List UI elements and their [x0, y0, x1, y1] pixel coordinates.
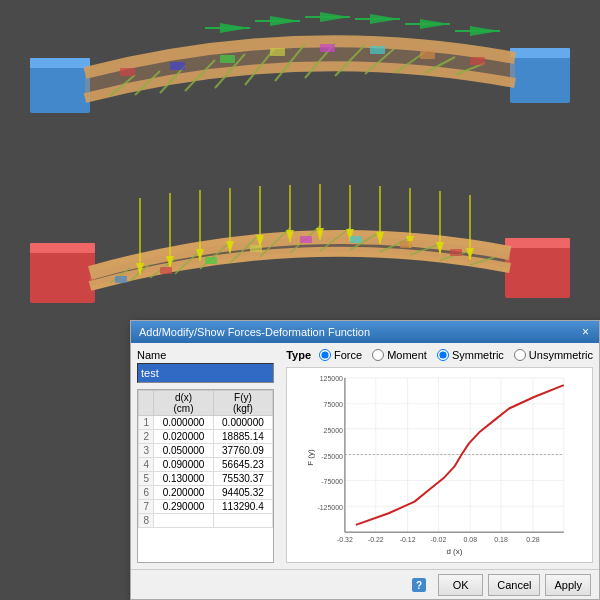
ok-button[interactable]: OK — [438, 574, 483, 596]
cancel-button[interactable]: Cancel — [488, 574, 540, 596]
svg-text:125000: 125000 — [320, 375, 343, 382]
svg-text:25000: 25000 — [324, 427, 343, 434]
row-num: 8 — [139, 514, 154, 528]
radio-moment-label: Moment — [387, 349, 427, 361]
row-num: 6 — [139, 486, 154, 500]
row-num: 3 — [139, 444, 154, 458]
bridge-top-view — [20, 8, 580, 158]
cell-fy[interactable]: 113290.4 — [213, 500, 272, 514]
table-body: 10.0000000.00000020.02000018885.1430.050… — [139, 416, 273, 528]
dialog-body: Name d(x)(cm) F(y)(kgf) 10.0000000.0 — [131, 343, 599, 569]
cell-dx[interactable]: 0.000000 — [154, 416, 213, 430]
table-row: 10.0000000.000000 — [139, 416, 273, 430]
row-num: 1 — [139, 416, 154, 430]
cell-dx[interactable]: 0.020000 — [154, 430, 213, 444]
chart-svg: 125000 75000 25000 -25000 -75000 -125000… — [287, 368, 592, 562]
svg-text:F (y): F (y) — [306, 449, 315, 466]
cell-dx[interactable]: 0.050000 — [154, 444, 213, 458]
svg-rect-1 — [30, 63, 90, 113]
svg-text:d (x): d (x) — [447, 547, 463, 556]
structure-area — [0, 0, 600, 340]
row-num: 4 — [139, 458, 154, 472]
cell-dx[interactable]: 0.290000 — [154, 500, 213, 514]
footer-icon: ? — [409, 575, 429, 595]
cell-fy[interactable]: 75530.37 — [213, 472, 272, 486]
svg-rect-31 — [170, 62, 185, 70]
radio-moment[interactable]: Moment — [372, 349, 427, 361]
radio-group: Force Moment Symmetric Unsymmetric — [319, 349, 593, 361]
radio-symmetric-label: Symmetric — [452, 349, 504, 361]
bridge-bottom-view — [20, 168, 580, 333]
svg-text:-0.12: -0.12 — [400, 536, 416, 543]
svg-text:0.18: 0.18 — [494, 536, 508, 543]
name-label: Name — [137, 349, 274, 361]
cell-fy[interactable]: 0.000000 — [213, 416, 272, 430]
dialog-title: Add/Modify/Show Forces-Deformation Funct… — [139, 326, 370, 338]
type-section: Type Force Moment Symmetric — [286, 349, 593, 361]
svg-rect-86 — [350, 236, 362, 243]
radio-unsymmetric[interactable]: Unsymmetric — [514, 349, 593, 361]
svg-rect-87 — [400, 241, 412, 248]
svg-text:?: ? — [416, 580, 422, 591]
chart-area: 125000 75000 25000 -25000 -75000 -125000… — [286, 367, 593, 563]
col-header-fy: F(y)(kgf) — [213, 391, 272, 416]
dialog-titlebar: Add/Modify/Show Forces-Deformation Funct… — [131, 321, 599, 343]
name-section: Name — [137, 349, 274, 383]
cell-fy[interactable]: 37760.09 — [213, 444, 272, 458]
radio-force[interactable]: Force — [319, 349, 362, 361]
svg-rect-37 — [470, 57, 485, 65]
cell-dx[interactable] — [154, 514, 213, 528]
cell-dx[interactable]: 0.130000 — [154, 472, 213, 486]
cell-fy[interactable]: 56645.23 — [213, 458, 272, 472]
svg-rect-40 — [30, 243, 95, 253]
svg-rect-41 — [505, 243, 570, 298]
col-header-dx: d(x)(cm) — [154, 391, 213, 416]
svg-rect-33 — [270, 48, 285, 56]
radio-force-label: Force — [334, 349, 362, 361]
dialog: Add/Modify/Show Forces-Deformation Funct… — [130, 320, 600, 600]
svg-rect-84 — [250, 245, 262, 252]
svg-rect-3 — [510, 53, 570, 103]
svg-rect-2 — [30, 58, 90, 68]
table-row: 30.05000037760.09 — [139, 444, 273, 458]
svg-rect-4 — [510, 48, 570, 58]
svg-rect-30 — [120, 68, 135, 76]
svg-text:0.28: 0.28 — [526, 536, 540, 543]
row-num: 7 — [139, 500, 154, 514]
name-input[interactable] — [137, 363, 274, 383]
svg-rect-35 — [370, 46, 385, 54]
table-container: d(x)(cm) F(y)(kgf) 10.0000000.00000020.0… — [137, 389, 274, 563]
svg-rect-81 — [115, 276, 127, 283]
apply-button[interactable]: Apply — [545, 574, 591, 596]
right-panel: Type Force Moment Symmetric — [280, 343, 599, 569]
svg-rect-34 — [320, 44, 335, 52]
table-row: 40.09000056645.23 — [139, 458, 273, 472]
svg-rect-83 — [205, 257, 217, 264]
svg-text:-0.02: -0.02 — [431, 536, 447, 543]
dialog-close-button[interactable]: × — [580, 325, 591, 339]
table-row: 70.290000113290.4 — [139, 500, 273, 514]
svg-text:-125000: -125000 — [318, 504, 344, 511]
type-label: Type — [286, 349, 311, 361]
svg-rect-88 — [450, 249, 462, 256]
table-row: 8 — [139, 514, 273, 528]
cell-dx[interactable]: 0.200000 — [154, 486, 213, 500]
svg-rect-85 — [300, 236, 312, 243]
cell-fy[interactable]: 94405.32 — [213, 486, 272, 500]
radio-unsymmetric-label: Unsymmetric — [529, 349, 593, 361]
col-header-num — [139, 391, 154, 416]
svg-text:-25000: -25000 — [321, 453, 343, 460]
svg-rect-39 — [30, 248, 95, 303]
data-table: d(x)(cm) F(y)(kgf) 10.0000000.00000020.0… — [138, 390, 273, 528]
cell-dx[interactable]: 0.090000 — [154, 458, 213, 472]
svg-rect-82 — [160, 267, 172, 274]
svg-text:-0.32: -0.32 — [337, 536, 353, 543]
cell-fy[interactable]: 18885.14 — [213, 430, 272, 444]
cell-fy[interactable] — [213, 514, 272, 528]
svg-text:75000: 75000 — [324, 401, 343, 408]
table-row: 60.20000094405.32 — [139, 486, 273, 500]
left-panel: Name d(x)(cm) F(y)(kgf) 10.0000000.0 — [131, 343, 280, 569]
radio-symmetric[interactable]: Symmetric — [437, 349, 504, 361]
svg-text:-0.22: -0.22 — [368, 536, 384, 543]
svg-text:0.08: 0.08 — [464, 536, 478, 543]
